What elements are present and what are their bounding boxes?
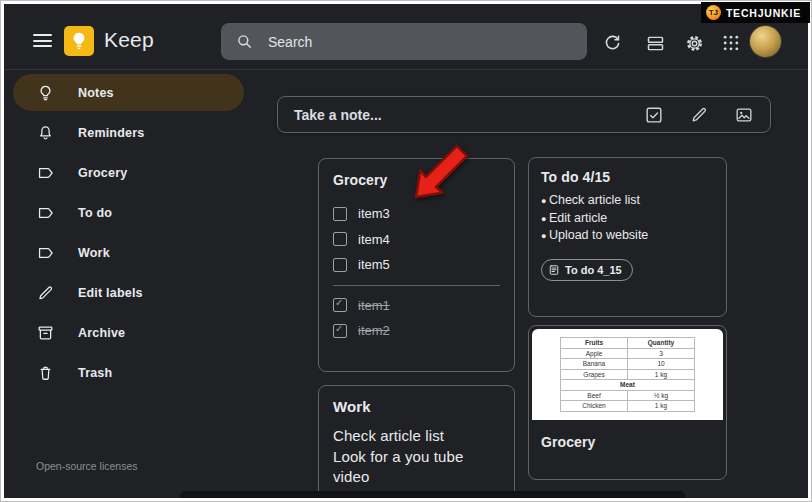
sidebar-item-work[interactable]: Work: [0, 233, 260, 273]
checklist-item: item4: [333, 227, 500, 253]
techjunkie-watermark: TJ TECHJUNKIE: [701, 2, 810, 23]
sidebar-item-label: Reminders: [78, 126, 144, 140]
label-icon: [36, 244, 55, 263]
note-icon: [548, 264, 560, 276]
account-avatar[interactable]: [750, 26, 781, 57]
take-a-note-bar[interactable]: Take a note...: [277, 96, 771, 133]
note-card-todo[interactable]: To do 4/15 Check article list Edit artic…: [528, 157, 727, 317]
checklist-item: item3: [333, 201, 500, 227]
todo-line: Upload to website: [541, 227, 714, 245]
search-icon: [235, 32, 254, 51]
table-row: Chicken1 kg: [561, 401, 695, 412]
table-header: Quantity: [628, 338, 695, 349]
sidebar-item-label: Work: [78, 246, 110, 260]
sidebar-item-edit-labels[interactable]: Edit labels: [0, 273, 260, 313]
open-source-licenses-link[interactable]: Open-source licenses: [36, 460, 138, 472]
sidebar-item-label: To do: [78, 206, 112, 220]
note-text-line: Look for a you tube video: [333, 447, 500, 488]
table-row: Banana10: [561, 359, 695, 370]
sidebar-item-label: Grocery: [78, 166, 127, 180]
checklist-item-label: item5: [358, 257, 390, 272]
sidebar-item-label: Archive: [78, 326, 125, 340]
techjunkie-wordmark: TECHJUNKIE: [726, 7, 801, 19]
label-icon: [36, 204, 55, 223]
checklist-item-label: item4: [358, 232, 390, 247]
table-header: Fruits: [561, 338, 628, 349]
note-card-work[interactable]: Work Check article list Look for a you t…: [318, 385, 515, 502]
checkbox-unchecked[interactable]: [333, 207, 347, 221]
note-title: Work: [333, 398, 500, 415]
checkbox-unchecked[interactable]: [333, 258, 347, 272]
note-title: Grocery: [541, 434, 714, 450]
main-menu-button[interactable]: [33, 34, 52, 47]
checklist-item-completed: item1: [333, 293, 500, 319]
note-card-grocery-checklist[interactable]: Grocery item3 item4 item5 item1 item2: [318, 158, 515, 372]
google-keep-window: Keep TJ TECHJUNKIE: [0, 0, 812, 502]
google-apps-grid-button[interactable]: [715, 27, 747, 59]
bottom-strip: [180, 491, 685, 502]
new-image-icon[interactable]: [734, 105, 754, 125]
label-chip-text: To do 4_15: [565, 264, 622, 276]
note-card-grocery-image[interactable]: Fruits Quantity Apple3 Banana10 Grapes1 …: [528, 325, 727, 480]
sidebar-item-trash[interactable]: Trash: [0, 353, 260, 393]
sidebar: Notes Reminders Grocery: [0, 73, 260, 393]
sidebar-item-label: Edit labels: [78, 286, 143, 300]
search-bar[interactable]: [221, 23, 587, 60]
note-image: Fruits Quantity Apple3 Banana10 Grapes1 …: [532, 329, 723, 420]
checklist-item: item5: [333, 252, 500, 278]
table-row: Apple3: [561, 348, 695, 359]
refresh-button[interactable]: [596, 27, 628, 59]
new-drawing-icon[interactable]: [689, 105, 709, 125]
label-icon: [36, 164, 55, 183]
grocery-table-image: Fruits Quantity Apple3 Banana10 Grapes1 …: [560, 337, 695, 412]
checklist-item-completed: item2: [333, 318, 500, 344]
table-row: Grapes1 kg: [561, 369, 695, 380]
sidebar-item-notes[interactable]: Notes: [0, 73, 260, 113]
new-checklist-icon[interactable]: [644, 105, 664, 125]
composer-placeholder: Take a note...: [294, 107, 619, 123]
bell-icon: [36, 124, 55, 143]
todo-line: Edit article: [541, 210, 714, 228]
keep-logo-icon: [64, 26, 94, 56]
list-view-toggle-button[interactable]: [639, 27, 671, 59]
sidebar-item-todo[interactable]: To do: [0, 193, 260, 233]
search-input[interactable]: [266, 33, 579, 51]
trash-icon: [36, 364, 55, 383]
note-title: To do 4/15: [541, 169, 714, 185]
pencil-icon: [36, 284, 55, 303]
lightbulb-icon: [36, 84, 55, 103]
note-text-line: Check article list: [333, 426, 500, 447]
table-section-row: Meat: [561, 380, 695, 391]
app-title: Keep: [104, 28, 154, 52]
checkbox-checked[interactable]: [333, 324, 347, 338]
archive-icon: [36, 324, 55, 343]
checklist-item-label: item2: [358, 323, 390, 338]
checkbox-checked[interactable]: [333, 298, 347, 312]
techjunkie-logo-icon: TJ: [706, 5, 721, 20]
checklist-item-label: item3: [358, 206, 390, 221]
checklist-divider: [333, 285, 500, 286]
checklist-item-label: item1: [358, 298, 390, 313]
header-divider: [4, 69, 808, 70]
sidebar-item-grocery[interactable]: Grocery: [0, 153, 260, 193]
sidebar-item-label: Notes: [78, 86, 114, 100]
checkbox-unchecked[interactable]: [333, 232, 347, 246]
sidebar-item-reminders[interactable]: Reminders: [0, 113, 260, 153]
sidebar-item-label: Trash: [78, 366, 112, 380]
sidebar-item-archive[interactable]: Archive: [0, 313, 260, 353]
note-title: Grocery: [333, 172, 500, 188]
table-row: Beef½ kg: [561, 390, 695, 401]
todo-line: Check article list: [541, 192, 714, 210]
label-chip[interactable]: To do 4_15: [541, 259, 633, 281]
settings-gear-button[interactable]: [678, 27, 710, 59]
